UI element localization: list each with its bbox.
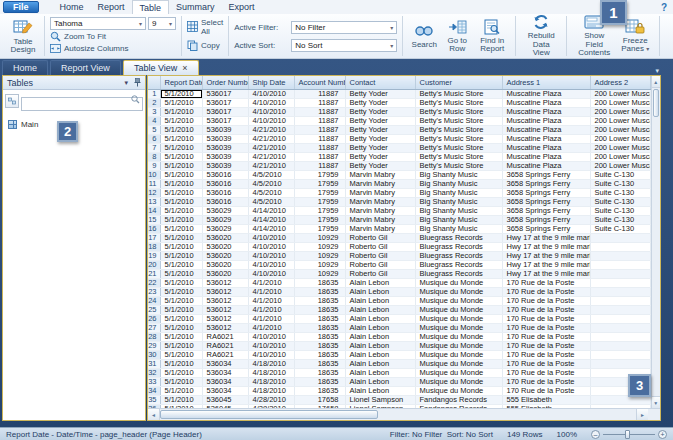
grid-cell[interactable]: 5/1/2010 [160, 143, 202, 152]
grid-cell[interactable]: Hwy 17 at the 9 mile marker [502, 233, 590, 242]
active-sort-select[interactable]: No Sort ▾ [291, 39, 397, 52]
pin-icon[interactable] [134, 78, 141, 87]
grid-cell[interactable]: 4/10/2010 [248, 350, 294, 359]
grid-cell[interactable]: 4/14/2010 [248, 206, 294, 215]
ribbon-tab-report[interactable]: Report [91, 0, 132, 14]
grid-cell[interactable]: Muscatine Plaza [502, 134, 590, 143]
grid-cell[interactable]: Suite C-130 [590, 224, 650, 233]
grid-cell[interactable]: 11887 [294, 107, 345, 116]
grid-cell[interactable]: 170 Rue de la Poste [502, 332, 590, 341]
grid-cell[interactable] [590, 233, 650, 242]
grid-cell[interactable] [590, 269, 650, 278]
row-number-cell[interactable]: 19 [148, 251, 160, 260]
zoom-slider-track[interactable] [603, 434, 655, 435]
grid-cell[interactable]: Alain Lebon [345, 368, 415, 377]
grid-cell[interactable]: 4/14/2010 [248, 224, 294, 233]
select-all-button[interactable]: Select All [187, 20, 223, 33]
grid-cell[interactable]: 5/1/2010 [160, 359, 202, 368]
grid-cell[interactable]: 536020 [202, 260, 248, 269]
grid-cell[interactable]: Alain Lebon [345, 350, 415, 359]
grid-cell[interactable]: 10929 [294, 269, 345, 278]
vertical-scrollbar[interactable]: ▲ ▼ [651, 76, 661, 408]
grid-cell[interactable] [590, 332, 650, 341]
grid-cell[interactable]: Betty's Music Store [415, 152, 502, 161]
grid-cell[interactable]: 17959 [294, 215, 345, 224]
grid-cell[interactable]: 536012 [202, 296, 248, 305]
grid-cell[interactable]: 200 Lower Muscatine [590, 134, 650, 143]
grid-cell[interactable]: 536016 [202, 179, 248, 188]
grid-cell[interactable]: 4/1/2010 [248, 305, 294, 314]
doc-tab-table-view[interactable]: Table View × [123, 60, 199, 75]
grid-cell[interactable]: 5/1/2010 [160, 341, 202, 350]
grid-cell[interactable]: 5/1/2010 [160, 89, 202, 98]
row-number-header[interactable] [148, 76, 160, 89]
grid-cell[interactable]: Betty Yoder [345, 98, 415, 107]
grid-cell[interactable]: 5/1/2010 [160, 296, 202, 305]
grid-cell[interactable]: 170 Rue de la Poste [502, 377, 590, 386]
grid-cell[interactable]: Suite C-130 [590, 179, 650, 188]
grid-cell[interactable]: 4/5/2010 [248, 170, 294, 179]
file-menu-button[interactable]: File [3, 1, 39, 13]
column-header[interactable]: Contact [345, 76, 415, 89]
row-number-cell[interactable]: 21 [148, 269, 160, 278]
row-number-cell[interactable]: 28 [148, 332, 160, 341]
grid-cell[interactable]: 4/21/2010 [248, 134, 294, 143]
grid-cell[interactable]: 4/18/2010 [248, 386, 294, 395]
grid-cell[interactable]: Alain Lebon [345, 305, 415, 314]
grid-cell[interactable]: 536012 [202, 323, 248, 332]
grid-cell[interactable]: Alain Lebon [345, 296, 415, 305]
grid-cell[interactable]: 536017 [202, 116, 248, 125]
row-number-cell[interactable]: 34 [148, 386, 160, 395]
grid-cell[interactable]: Suite C-130 [590, 215, 650, 224]
open-table-data-prep-button[interactable]: Open Table in Data Prep Studio [665, 13, 673, 59]
row-number-cell[interactable]: 5 [148, 125, 160, 134]
ribbon-tab-export[interactable]: Export [222, 0, 262, 14]
zoom-slider-thumb[interactable] [625, 430, 630, 439]
grid-cell[interactable]: Alain Lebon [345, 323, 415, 332]
grid-cell[interactable]: 11887 [294, 134, 345, 143]
grid-cell[interactable]: 170 Rue de la Poste [502, 305, 590, 314]
grid-cell[interactable]: 3658 Springs Ferry [502, 170, 590, 179]
grid-cell[interactable]: 5/1/2010 [160, 368, 202, 377]
grid-cell[interactable]: Alain Lebon [345, 359, 415, 368]
grid-cell[interactable]: Musique du Monde [415, 350, 502, 359]
grid-cell[interactable]: 18635 [294, 278, 345, 287]
grid-cell[interactable]: 4/1/2010 [248, 314, 294, 323]
grid-cell[interactable]: 5/1/2010 [160, 152, 202, 161]
grid-cell[interactable]: 200 Lower Muscatine [590, 161, 650, 170]
grid-cell[interactable] [590, 278, 650, 287]
grid-cell[interactable]: 536012 [202, 287, 248, 296]
grid-cell[interactable]: 536020 [202, 233, 248, 242]
grid-cell[interactable]: Musique du Monde [415, 341, 502, 350]
help-icon[interactable]: ? [661, 2, 667, 13]
grid-cell[interactable]: 200 Lower Muscatine [590, 152, 650, 161]
row-number-cell[interactable]: 29 [148, 341, 160, 350]
grid-cell[interactable]: 5/1/2010 [160, 395, 202, 404]
grid-cell[interactable]: 5/1/2010 [160, 197, 202, 206]
autosize-columns-button[interactable]: Autosize Columns [50, 43, 176, 56]
grid-cell[interactable]: Big Shanty Music [415, 179, 502, 188]
zoom-in-icon[interactable]: + [658, 430, 667, 439]
grid-cell[interactable]: Alain Lebon [345, 332, 415, 341]
row-number-cell[interactable]: 22 [148, 278, 160, 287]
grid-cell[interactable]: 5/1/2010 [160, 116, 202, 125]
grid-cell[interactable]: 5/1/2010 [160, 206, 202, 215]
grid-cell[interactable]: 536012 [202, 305, 248, 314]
grid-cell[interactable]: 5/1/2010 [160, 233, 202, 242]
row-number-cell[interactable]: 16 [148, 224, 160, 233]
grid-cell[interactable]: 4/21/2010 [248, 125, 294, 134]
row-number-cell[interactable]: 23 [148, 287, 160, 296]
grid-cell[interactable]: Alain Lebon [345, 287, 415, 296]
grid-cell[interactable]: Marvin Mabry [345, 179, 415, 188]
grid-cell[interactable]: 4/10/2010 [248, 233, 294, 242]
grid-cell[interactable]: 536034 [202, 377, 248, 386]
zoom-out-icon[interactable]: – [591, 430, 600, 439]
grid-cell[interactable]: Betty's Music Store [415, 134, 502, 143]
grid-cell[interactable]: 4/1/2010 [248, 323, 294, 332]
grid-cell[interactable]: 170 Rue de la Poste [502, 386, 590, 395]
grid-cell[interactable]: Alain Lebon [345, 341, 415, 350]
column-header[interactable]: Order Number [202, 76, 248, 89]
grid-cell[interactable]: Big Shanty Music [415, 188, 502, 197]
grid-cell[interactable]: 170 Rue de la Poste [502, 323, 590, 332]
font-name-select[interactable]: Tahoma ▾ [50, 17, 146, 30]
